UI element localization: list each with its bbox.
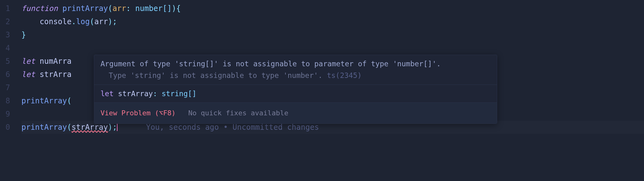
git-blame-codelens[interactable]: You, seconds ago • Uncommitted changes	[146, 123, 319, 132]
arg: arr	[94, 17, 108, 26]
keyword-let: let	[21, 70, 35, 79]
function-call: printArray	[21, 96, 67, 105]
function-name: printArray	[62, 4, 108, 13]
hover-error-message: Argument of type 'string[]' is not assig…	[94, 55, 497, 85]
line-number: 3	[0, 28, 13, 41]
line-number: 6	[0, 68, 13, 81]
line-number: 0	[0, 121, 13, 134]
method-name: log	[76, 17, 89, 26]
code-line[interactable]: }	[21, 28, 644, 41]
line-number: 9	[0, 107, 13, 121]
view-problem-link[interactable]: View Problem (⌥F8)	[101, 107, 175, 120]
param-name: arr	[112, 4, 126, 13]
line-number: 5	[0, 55, 13, 68]
object-ref: console	[40, 17, 72, 26]
paren-open: (	[90, 17, 94, 26]
def-brackets: []	[188, 90, 197, 98]
var-name: strArra	[40, 70, 72, 79]
code-line[interactable]: console.log(arr);	[21, 15, 644, 28]
colon: :	[126, 4, 130, 13]
brackets: []	[163, 4, 172, 13]
error-arg: strArray	[72, 123, 108, 132]
paren-open: (	[67, 96, 72, 105]
line-number: 2	[0, 15, 13, 28]
line-number: 4	[0, 41, 13, 55]
error-text-sub: Type 'string' is not assignable to type …	[109, 71, 323, 80]
semicolon: ;	[112, 123, 117, 132]
paren-open: (	[108, 4, 112, 13]
code-editor[interactable]: 1 2 3 4 5 6 7 8 9 0 function printArray(…	[0, 0, 644, 181]
line-number: 8	[0, 94, 13, 107]
def-type: string	[162, 90, 188, 98]
colon: :	[153, 90, 157, 98]
brace-close: }	[21, 30, 26, 39]
line-number-gutter: 1 2 3 4 5 6 7 8 9 0	[0, 0, 13, 181]
paren-close: )	[108, 123, 112, 132]
def-name: strArray	[118, 90, 153, 98]
hover-tooltip: Argument of type 'string[]' is not assig…	[94, 55, 497, 124]
paren-close: )	[172, 4, 176, 13]
function-call: printArray	[21, 123, 67, 132]
hover-definition: let strArray: string[]	[94, 85, 497, 103]
brace-open: {	[176, 4, 181, 13]
paren-close: )	[108, 17, 112, 26]
line-number: 1	[0, 2, 13, 15]
code-area[interactable]: function printArray(arr: number[]){ cons…	[13, 0, 644, 181]
hover-actions: View Problem (⌥F8) No quick fixes availa…	[94, 103, 497, 123]
def-keyword: let	[101, 90, 114, 98]
dot: .	[72, 17, 76, 26]
code-line[interactable]	[21, 41, 644, 55]
no-quick-fix-label: No quick fixes available	[188, 107, 288, 120]
error-code: ts(2345)	[327, 71, 362, 80]
error-text-main: Argument of type 'string[]' is not assig…	[101, 60, 441, 68]
semicolon: ;	[112, 17, 117, 26]
code-line[interactable]: function printArray(arr: number[]){	[21, 2, 644, 15]
line-number: 7	[0, 81, 13, 94]
paren-open: (	[67, 123, 72, 132]
keyword-function: function	[21, 4, 58, 13]
var-name: numArra	[40, 57, 72, 66]
keyword-let: let	[21, 57, 35, 66]
type-name: number	[135, 4, 163, 13]
